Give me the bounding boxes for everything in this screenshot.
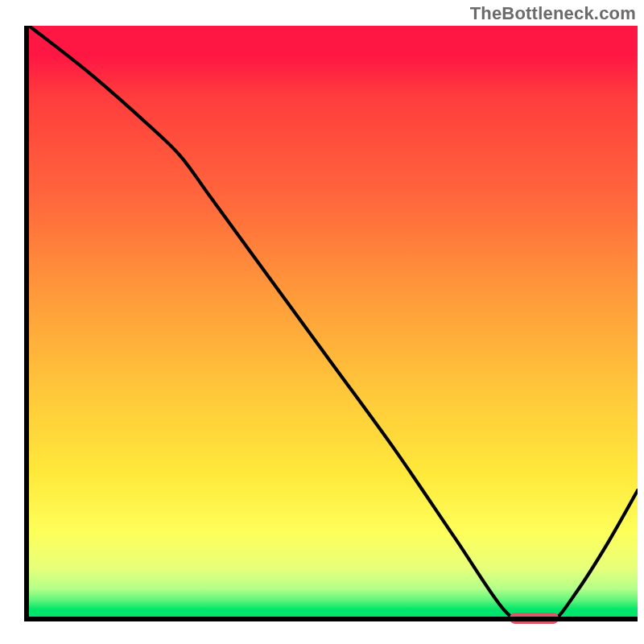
x-axis (24, 617, 638, 621)
y-axis (24, 26, 29, 621)
curve-path (29, 26, 638, 621)
watermark-text: TheBottleneck.com (470, 3, 636, 24)
plot-area (29, 26, 638, 621)
chart-root: TheBottleneck.com (0, 0, 644, 644)
bottleneck-curve (29, 26, 638, 621)
